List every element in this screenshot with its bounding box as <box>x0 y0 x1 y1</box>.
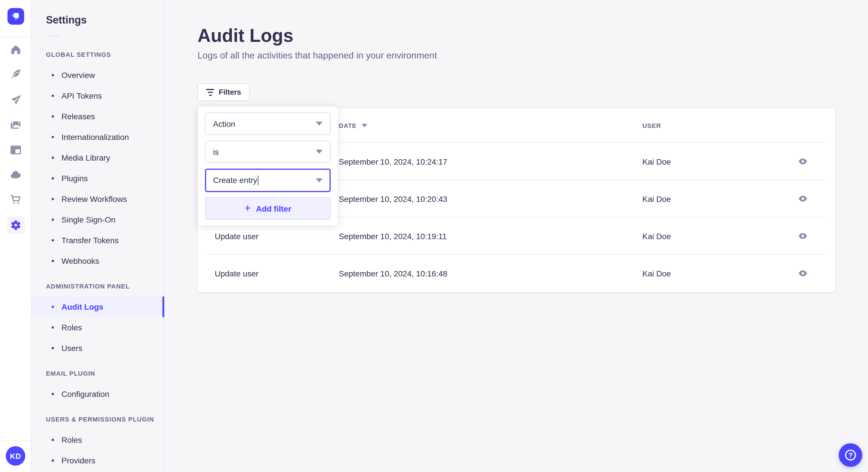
bullet-dot <box>52 115 54 117</box>
sidebar-item-label: Single Sign-On <box>61 215 115 224</box>
chevron-down-icon <box>316 122 322 126</box>
bullet-dot <box>52 157 54 159</box>
chevron-down-icon <box>316 178 322 182</box>
cell-date: September 10, 2024, 10:20:43 <box>339 194 447 203</box>
bullet-dot <box>52 218 54 221</box>
sidebar-item-label: Media Library <box>61 153 110 162</box>
filter-field-select[interactable]: Action <box>205 112 331 135</box>
sidebar-item-admin-users[interactable]: Users <box>32 338 164 359</box>
bullet-dot <box>52 177 54 179</box>
bullet-dot <box>52 198 54 200</box>
sidebar-item-label: Roles <box>61 323 82 332</box>
sidebar-item-overview[interactable]: Overview <box>32 65 164 86</box>
sidebar-item-internationalization[interactable]: Internationalization <box>32 127 164 147</box>
sidebar-item-label: Transfer Tokens <box>61 236 119 245</box>
sidebar-item-label: Plugins <box>61 174 88 183</box>
sidebar-item-transfer-tokens[interactable]: Transfer Tokens <box>32 230 164 250</box>
bullet-dot <box>52 439 54 441</box>
filter-field-value: Action <box>213 119 236 128</box>
sidebar-item-plugins[interactable]: Plugins <box>32 168 164 189</box>
user-avatar[interactable]: KD <box>6 446 25 466</box>
view-details-button[interactable] <box>794 227 812 245</box>
table-row[interactable]: Update user September 10, 2024, 10:16:48… <box>197 255 835 292</box>
cell-action: Update user <box>215 269 259 278</box>
add-filter-button[interactable]: + Add filter <box>205 197 331 220</box>
icon-rail: KD <box>0 0 32 472</box>
sidebar-item-review-workflows[interactable]: Review Workflows <box>32 189 164 209</box>
rail-divider <box>0 37 31 37</box>
sidebar-title: Settings <box>46 14 164 26</box>
bullet-dot <box>52 74 54 76</box>
page-title: Audit Logs <box>197 25 293 46</box>
bullet-dot <box>52 347 54 349</box>
sidebar-item-releases[interactable]: Releases <box>32 106 164 127</box>
sidebar-item-label: Releases <box>61 112 95 121</box>
cell-user: Kai Doe <box>642 269 671 278</box>
settings-gear-tile[interactable] <box>7 216 25 234</box>
sidebar-item-media-library[interactable]: Media Library <box>32 147 164 168</box>
eye-icon <box>798 194 807 204</box>
sidebar-item-label: Review Workflows <box>61 194 127 204</box>
sidebar-item-up-providers[interactable]: Providers <box>32 450 164 471</box>
users-permissions-list: Roles Providers <box>32 430 164 471</box>
cell-date: September 10, 2024, 10:24:17 <box>339 157 447 166</box>
view-details-button[interactable] <box>794 152 812 171</box>
cell-action: Update user <box>215 231 259 241</box>
page-subtitle: Logs of all the activities that happened… <box>197 50 437 61</box>
app-window: KD Settings GLOBAL SETTINGS Overview API… <box>0 0 868 472</box>
sidebar-item-email-configuration[interactable]: Configuration <box>32 384 164 404</box>
filters-button[interactable]: Filters <box>197 83 250 101</box>
bullet-dot <box>52 460 54 462</box>
strapi-logo-mark <box>7 8 24 25</box>
view-details-button[interactable] <box>794 264 812 282</box>
add-filter-label: Add filter <box>256 204 291 213</box>
filters-button-label: Filters <box>219 88 241 96</box>
sidebar-item-label: API Tokens <box>61 91 102 100</box>
filter-value-combobox[interactable]: Create entry <box>205 169 331 192</box>
sidebar-item-label: Users <box>61 343 82 353</box>
text-cursor <box>258 176 258 186</box>
view-details-button[interactable] <box>794 190 812 208</box>
bullet-dot <box>52 239 54 241</box>
sidebar-item-label: Providers <box>61 456 95 465</box>
administration-panel-list: Audit Logs Roles Users <box>32 297 164 359</box>
column-header-date[interactable]: DATE <box>339 122 367 129</box>
bullet-dot <box>52 260 54 262</box>
sidebar-item-label: Webhooks <box>61 256 99 266</box>
sort-descending-icon <box>362 124 367 127</box>
bullet-dot <box>52 95 54 97</box>
media-library-icon[interactable] <box>0 117 32 133</box>
bullet-dot <box>52 306 54 308</box>
sidebar-item-audit-logs[interactable]: Audit Logs <box>32 297 164 317</box>
sidebar-item-label: Audit Logs <box>61 302 103 311</box>
column-header-date-label: DATE <box>339 122 356 129</box>
help-button[interactable]: ? <box>839 443 862 467</box>
chevron-down-icon <box>316 150 322 154</box>
sidebar-item-up-roles[interactable]: Roles <box>32 430 164 450</box>
column-header-user: USER <box>642 122 661 129</box>
sidebar-title-divider <box>46 36 60 36</box>
paper-plane-icon[interactable] <box>0 92 32 107</box>
sidebar-item-single-sign-on[interactable]: Single Sign-On <box>32 209 164 230</box>
question-mark-icon: ? <box>845 450 856 461</box>
home-icon[interactable] <box>0 42 32 57</box>
sidebar-item-label: Configuration <box>61 390 110 399</box>
filter-operator-select[interactable]: is <box>205 140 331 163</box>
bullet-dot <box>52 326 54 329</box>
settings-sidebar: Settings GLOBAL SETTINGS Overview API To… <box>32 0 165 472</box>
eye-icon <box>798 231 807 241</box>
cell-user: Kai Doe <box>642 231 671 241</box>
settings-gear-icon <box>10 219 22 231</box>
cloud-icon[interactable] <box>0 167 32 182</box>
eye-icon <box>798 268 807 278</box>
sidebar-item-admin-roles[interactable]: Roles <box>32 317 164 338</box>
strapi-logo[interactable] <box>7 8 24 25</box>
cart-icon[interactable] <box>0 192 32 207</box>
filter-icon <box>206 89 214 96</box>
rail-bottom-divider <box>0 440 31 440</box>
sidebar-item-webhooks[interactable]: Webhooks <box>32 250 164 271</box>
layout-icon[interactable] <box>0 142 32 157</box>
sidebar-item-api-tokens[interactable]: API Tokens <box>32 86 164 106</box>
filter-value-text: Create entry <box>213 175 258 186</box>
feather-icon[interactable] <box>0 67 32 81</box>
